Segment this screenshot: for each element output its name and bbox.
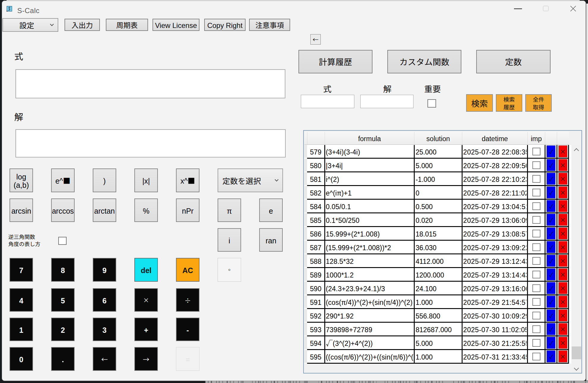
key-minus[interactable]: - (176, 318, 199, 341)
ran-key[interactable]: ran (259, 228, 283, 252)
table-row[interactable]: 579 (3+4i)(3-4i) 25.000 2025-07-28 22:08… (307, 145, 569, 159)
check-button[interactable]: ✓ (546, 350, 556, 362)
tab-custom-functions[interactable]: カスタム関数 (387, 50, 461, 73)
check-button[interactable]: ✓ (546, 173, 556, 185)
delete-button[interactable]: × (558, 309, 567, 321)
table-row[interactable]: 590 (24.3+23.9+24.1)/3 24.100 2025-07-29… (307, 282, 569, 295)
delete-button[interactable]: × (558, 186, 567, 198)
check-button[interactable]: ✓ (546, 337, 556, 349)
key-del[interactable]: del (134, 258, 158, 282)
key-0[interactable]: 0 (10, 347, 33, 371)
fetch-all-button[interactable]: 全件 取得 (525, 94, 552, 112)
io-button[interactable]: 入出力 (65, 19, 100, 31)
check-button[interactable]: ✓ (546, 282, 556, 294)
important-checkbox[interactable] (532, 298, 540, 306)
e-key[interactable]: e (259, 198, 283, 222)
tab-constants[interactable]: 定数 (476, 50, 551, 73)
table-row[interactable]: 591 (cos(π/4))^(2)+(sin(π/4))^(2) 1.000 … (307, 295, 569, 309)
check-button[interactable]: ✓ (546, 241, 556, 253)
delete-button[interactable]: × (558, 255, 567, 267)
arctan-key[interactable]: arctan (93, 198, 116, 222)
key-8[interactable]: 8 (51, 258, 75, 282)
delete-button[interactable]: × (558, 296, 567, 308)
view-license-button[interactable]: View License (152, 19, 199, 31)
important-checkbox[interactable] (532, 339, 540, 347)
delete-button[interactable]: × (558, 227, 567, 239)
delete-button[interactable]: × (558, 337, 567, 349)
important-checkbox[interactable] (532, 148, 540, 155)
check-button[interactable]: ✓ (546, 323, 556, 335)
pi-key[interactable]: π (218, 198, 241, 222)
scroll-down-icon[interactable] (574, 366, 579, 371)
copyright-button[interactable]: Copy Right (204, 19, 246, 31)
expression-input[interactable] (15, 69, 285, 98)
delete-button[interactable]: × (558, 282, 567, 294)
filter-important-checkbox[interactable] (427, 99, 436, 108)
important-checkbox[interactable] (532, 216, 540, 224)
important-checkbox[interactable] (532, 271, 540, 278)
x-power-key[interactable]: x^■ (176, 168, 199, 192)
key-ac[interactable]: AC (176, 258, 199, 282)
check-button[interactable]: ✓ (546, 227, 556, 239)
check-button[interactable]: ✓ (546, 296, 556, 308)
important-checkbox[interactable] (532, 202, 540, 210)
key-9[interactable]: 9 (93, 258, 116, 282)
delete-button[interactable]: × (558, 241, 567, 253)
minimize-icon[interactable] (514, 8, 522, 9)
percent-key[interactable]: % (134, 198, 158, 222)
key-divide[interactable]: ÷ (176, 288, 199, 312)
filter-expression-input[interactable] (301, 95, 354, 108)
key-5[interactable]: 5 (51, 288, 75, 312)
delete-button[interactable]: × (558, 323, 567, 335)
table-row[interactable]: 585 0.1*50/250 0.020 2025-07-29 13:06:09… (307, 213, 569, 227)
tab-history[interactable]: 計算履歴 (298, 50, 372, 73)
table-row[interactable]: 593 739898+72789 812687.000 2025-07-30 1… (307, 323, 569, 336)
key-plus[interactable]: + (134, 318, 158, 341)
close-paren-key[interactable]: ) (93, 168, 116, 192)
i-key[interactable]: i (218, 228, 241, 252)
solution-output[interactable] (15, 129, 286, 157)
delete-button[interactable]: × (558, 173, 567, 185)
e-power-key[interactable]: e^■ (51, 168, 75, 192)
important-checkbox[interactable] (532, 284, 540, 292)
npr-key[interactable]: nPr (176, 198, 199, 222)
settings-select[interactable]: 設定 (2, 18, 58, 32)
column-header-formula[interactable]: formula (325, 132, 414, 145)
check-button[interactable]: ✓ (546, 200, 556, 212)
periodic-table-button[interactable]: 周期表 (106, 19, 148, 31)
check-button[interactable]: ✓ (546, 145, 556, 157)
arccos-key[interactable]: arccos (51, 198, 75, 222)
important-checkbox[interactable] (532, 312, 540, 319)
key-2[interactable]: 2 (51, 318, 75, 341)
table-row[interactable]: 592 290*1.92 556.800 2025-07-30 10:09:29… (307, 309, 569, 323)
check-button[interactable]: ✓ (546, 268, 556, 280)
key-7[interactable]: 7 (10, 258, 33, 282)
scroll-up-icon[interactable] (574, 148, 579, 153)
back-button[interactable]: ← (310, 34, 321, 45)
check-button[interactable]: ✓ (546, 186, 556, 198)
key-arrow-right[interactable]: → (134, 347, 158, 371)
scrollbar-thumb[interactable] (572, 346, 581, 359)
key-1[interactable]: 1 (10, 318, 33, 341)
important-checkbox[interactable] (532, 189, 540, 196)
inverse-trig-checkbox[interactable] (58, 237, 67, 245)
key-arrow-left[interactable]: ← (93, 347, 116, 371)
table-row[interactable]: 586 15.999+(2*1.008) 18.015 2025-07-29 1… (307, 227, 569, 241)
key-4[interactable]: 4 (10, 288, 33, 312)
key-equals[interactable]: = (176, 347, 199, 371)
maximize-icon[interactable] (543, 6, 549, 11)
search-button[interactable]: 検索 (466, 94, 493, 112)
table-row[interactable]: 595 ((cos(π/6))^(2))+((sin(π/6))^(2)) 1.… (307, 350, 569, 364)
delete-button[interactable]: × (558, 350, 567, 362)
check-button[interactable]: ✓ (546, 159, 556, 171)
important-checkbox[interactable] (532, 243, 540, 251)
table-row[interactable]: 582 e^(iπ)+1 0 2025-07-28 22:11:02 ✓ × (307, 186, 569, 200)
key-degree[interactable]: ° (218, 258, 241, 282)
important-checkbox[interactable] (532, 230, 540, 237)
log-ab-key[interactable]: log (a,b) (10, 168, 33, 192)
table-row[interactable]: 580 |3+4i| 5.000 2025-07-28 22:09:50 ✓ × (307, 159, 569, 172)
important-checkbox[interactable] (532, 353, 540, 360)
column-header-imp[interactable]: imp (528, 132, 545, 145)
key-multiply[interactable]: × (134, 288, 158, 312)
constant-select[interactable]: 定数を選択 (218, 168, 283, 192)
